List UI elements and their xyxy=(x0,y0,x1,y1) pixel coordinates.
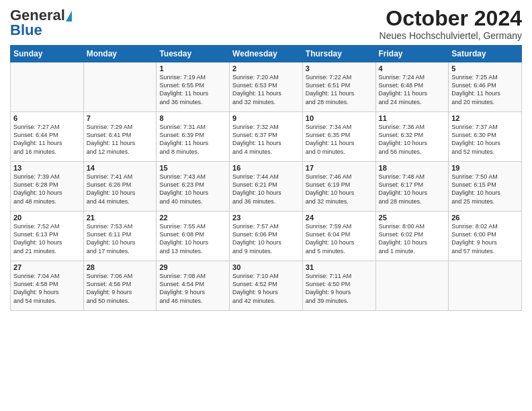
day-number: 1 xyxy=(159,64,226,73)
logo-blue: Blue xyxy=(10,21,42,39)
day-number: 17 xyxy=(306,164,373,172)
cell-content: Sunrise: 7:31 AM Sunset: 6:39 PM Dayligh… xyxy=(159,123,226,156)
calendar-cell: 7Sunrise: 7:29 AM Sunset: 6:41 PM Daylig… xyxy=(83,112,157,162)
calendar-cell: 20Sunrise: 7:52 AM Sunset: 6:13 PM Dayli… xyxy=(11,212,84,261)
cell-content: Sunrise: 7:25 AM Sunset: 6:46 PM Dayligh… xyxy=(451,73,519,106)
calendar-header: SundayMondayTuesdayWednesdayThursdayFrid… xyxy=(11,46,522,62)
day-number: 19 xyxy=(451,164,519,172)
cell-content: Sunrise: 7:53 AM Sunset: 6:11 PM Dayligh… xyxy=(87,222,154,255)
day-number: 21 xyxy=(87,214,154,222)
day-number: 13 xyxy=(13,164,81,172)
cell-content: Sunrise: 7:50 AM Sunset: 6:15 PM Dayligh… xyxy=(451,173,519,205)
calendar-body: 1Sunrise: 7:19 AM Sunset: 6:55 PM Daylig… xyxy=(11,62,522,311)
cell-content: Sunrise: 7:20 AM Sunset: 6:53 PM Dayligh… xyxy=(232,73,300,106)
cell-content: Sunrise: 7:39 AM Sunset: 6:28 PM Dayligh… xyxy=(13,173,81,205)
calendar-cell: 8Sunrise: 7:31 AM Sunset: 6:39 PM Daylig… xyxy=(157,112,230,162)
day-number: 22 xyxy=(159,214,226,222)
cell-content: Sunrise: 7:59 AM Sunset: 6:04 PM Dayligh… xyxy=(306,222,373,255)
calendar-cell: 29Sunrise: 7:08 AM Sunset: 4:54 PM Dayli… xyxy=(157,261,230,311)
cell-content: Sunrise: 7:22 AM Sunset: 6:51 PM Dayligh… xyxy=(306,73,373,106)
day-number: 30 xyxy=(232,263,300,271)
cell-content: Sunrise: 8:00 AM Sunset: 6:02 PM Dayligh… xyxy=(379,222,446,255)
week-row-3: 13Sunrise: 7:39 AM Sunset: 6:28 PM Dayli… xyxy=(11,162,522,212)
day-number: 12 xyxy=(451,114,519,122)
cell-content: Sunrise: 7:36 AM Sunset: 6:32 PM Dayligh… xyxy=(379,123,446,156)
cell-content: Sunrise: 7:57 AM Sunset: 6:06 PM Dayligh… xyxy=(232,222,300,255)
cell-content: Sunrise: 7:08 AM Sunset: 4:54 PM Dayligh… xyxy=(159,272,226,305)
calendar-cell: 10Sunrise: 7:34 AM Sunset: 6:35 PM Dayli… xyxy=(302,112,375,162)
calendar-cell: 13Sunrise: 7:39 AM Sunset: 6:28 PM Dayli… xyxy=(11,162,84,212)
calendar-cell: 6Sunrise: 7:27 AM Sunset: 6:44 PM Daylig… xyxy=(11,112,84,162)
calendar-cell: 5Sunrise: 7:25 AM Sunset: 6:46 PM Daylig… xyxy=(449,62,522,112)
day-number: 2 xyxy=(232,64,300,73)
day-number: 24 xyxy=(306,214,373,222)
calendar-cell: 16Sunrise: 7:44 AM Sunset: 6:21 PM Dayli… xyxy=(230,162,303,212)
calendar-cell: 4Sunrise: 7:24 AM Sunset: 6:48 PM Daylig… xyxy=(375,62,449,112)
week-row-1: 1Sunrise: 7:19 AM Sunset: 6:55 PM Daylig… xyxy=(11,62,522,112)
calendar-cell: 26Sunrise: 8:02 AM Sunset: 6:00 PM Dayli… xyxy=(449,212,522,261)
day-number: 28 xyxy=(87,263,154,271)
calendar-cell: 2Sunrise: 7:20 AM Sunset: 6:53 PM Daylig… xyxy=(230,62,303,112)
cell-content: Sunrise: 7:06 AM Sunset: 4:56 PM Dayligh… xyxy=(87,272,154,305)
header-cell-monday: Monday xyxy=(83,46,157,62)
day-number: 5 xyxy=(451,64,519,73)
day-number: 14 xyxy=(87,164,154,172)
page: General Blue October 2024 Neues Hochschu… xyxy=(0,0,532,411)
cell-content: Sunrise: 7:29 AM Sunset: 6:41 PM Dayligh… xyxy=(87,123,154,156)
location: Neues Hochschulviertel, Germany xyxy=(380,30,522,41)
cell-content: Sunrise: 7:34 AM Sunset: 6:35 PM Dayligh… xyxy=(306,123,373,156)
header-row: SundayMondayTuesdayWednesdayThursdayFrid… xyxy=(11,46,522,62)
day-number: 26 xyxy=(451,214,519,222)
calendar-cell: 14Sunrise: 7:41 AM Sunset: 6:26 PM Dayli… xyxy=(83,162,157,212)
header-cell-saturday: Saturday xyxy=(449,46,522,62)
header-cell-friday: Friday xyxy=(375,46,449,62)
week-row-2: 6Sunrise: 7:27 AM Sunset: 6:44 PM Daylig… xyxy=(11,112,522,162)
calendar-cell: 24Sunrise: 7:59 AM Sunset: 6:04 PM Dayli… xyxy=(302,212,375,261)
day-number: 4 xyxy=(379,64,446,73)
day-number: 23 xyxy=(232,214,300,222)
week-row-5: 27Sunrise: 7:04 AM Sunset: 4:58 PM Dayli… xyxy=(11,261,522,311)
day-number: 9 xyxy=(232,114,300,122)
day-number: 11 xyxy=(379,114,446,122)
cell-content: Sunrise: 7:04 AM Sunset: 4:58 PM Dayligh… xyxy=(13,272,81,305)
calendar-table: SundayMondayTuesdayWednesdayThursdayFrid… xyxy=(10,45,522,311)
calendar-cell: 11Sunrise: 7:36 AM Sunset: 6:32 PM Dayli… xyxy=(375,112,449,162)
week-row-4: 20Sunrise: 7:52 AM Sunset: 6:13 PM Dayli… xyxy=(11,212,522,261)
calendar-cell: 9Sunrise: 7:32 AM Sunset: 6:37 PM Daylig… xyxy=(230,112,303,162)
calendar-cell: 21Sunrise: 7:53 AM Sunset: 6:11 PM Dayli… xyxy=(83,212,157,261)
calendar-cell xyxy=(449,261,522,311)
day-number: 27 xyxy=(13,263,81,271)
cell-content: Sunrise: 7:37 AM Sunset: 6:30 PM Dayligh… xyxy=(451,123,519,156)
day-number: 6 xyxy=(13,114,81,122)
calendar-cell: 23Sunrise: 7:57 AM Sunset: 6:06 PM Dayli… xyxy=(230,212,303,261)
cell-content: Sunrise: 7:27 AM Sunset: 6:44 PM Dayligh… xyxy=(13,123,81,156)
logo: General Blue xyxy=(10,7,72,39)
cell-content: Sunrise: 7:52 AM Sunset: 6:13 PM Dayligh… xyxy=(13,222,81,255)
day-number: 31 xyxy=(306,263,373,271)
calendar-cell: 31Sunrise: 7:11 AM Sunset: 4:50 PM Dayli… xyxy=(302,261,375,311)
calendar-cell: 19Sunrise: 7:50 AM Sunset: 6:15 PM Dayli… xyxy=(449,162,522,212)
logo-triangle-icon xyxy=(66,11,72,21)
cell-content: Sunrise: 7:10 AM Sunset: 4:52 PM Dayligh… xyxy=(232,272,300,305)
cell-content: Sunrise: 7:11 AM Sunset: 4:50 PM Dayligh… xyxy=(306,272,373,305)
cell-content: Sunrise: 7:55 AM Sunset: 6:08 PM Dayligh… xyxy=(159,222,226,255)
calendar-cell xyxy=(83,62,157,112)
calendar-cell: 22Sunrise: 7:55 AM Sunset: 6:08 PM Dayli… xyxy=(157,212,230,261)
calendar-cell xyxy=(11,62,84,112)
header-cell-sunday: Sunday xyxy=(11,46,84,62)
cell-content: Sunrise: 7:44 AM Sunset: 6:21 PM Dayligh… xyxy=(232,173,300,205)
cell-content: Sunrise: 7:41 AM Sunset: 6:26 PM Dayligh… xyxy=(87,173,154,205)
day-number: 8 xyxy=(159,114,226,122)
day-number: 10 xyxy=(306,114,373,122)
calendar-cell: 28Sunrise: 7:06 AM Sunset: 4:56 PM Dayli… xyxy=(83,261,157,311)
calendar-cell: 15Sunrise: 7:43 AM Sunset: 6:23 PM Dayli… xyxy=(157,162,230,212)
header-cell-tuesday: Tuesday xyxy=(157,46,230,62)
calendar-cell: 30Sunrise: 7:10 AM Sunset: 4:52 PM Dayli… xyxy=(230,261,303,311)
header-cell-wednesday: Wednesday xyxy=(230,46,303,62)
header: General Blue October 2024 Neues Hochschu… xyxy=(10,7,522,41)
day-number: 20 xyxy=(13,214,81,222)
cell-content: Sunrise: 7:19 AM Sunset: 6:55 PM Dayligh… xyxy=(159,73,226,106)
calendar-cell: 17Sunrise: 7:46 AM Sunset: 6:19 PM Dayli… xyxy=(302,162,375,212)
calendar-cell xyxy=(375,261,449,311)
calendar-cell: 12Sunrise: 7:37 AM Sunset: 6:30 PM Dayli… xyxy=(449,112,522,162)
